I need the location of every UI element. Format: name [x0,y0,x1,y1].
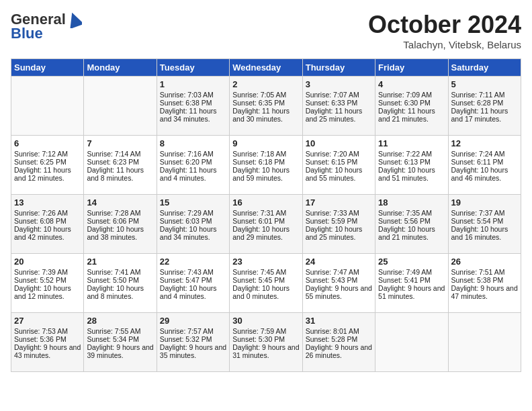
calendar-cell: 12Sunrise: 7:24 AMSunset: 6:11 PMDayligh… [448,136,521,195]
daylight-text: Daylight: 10 hours and 51 minutes. [378,166,445,182]
sunrise-text: Sunrise: 7:37 AM [451,209,518,217]
calendar-cell: 10Sunrise: 7:20 AMSunset: 6:15 PMDayligh… [302,136,375,195]
sunset-text: Sunset: 5:45 PM [232,276,299,284]
logo: General Blue [11,11,82,42]
month-title: October 2024 [368,11,521,39]
calendar-cell: 24Sunrise: 7:47 AMSunset: 5:43 PMDayligh… [302,254,375,313]
daylight-text: Daylight: 10 hours and 38 minutes. [87,225,153,241]
calendar-cell: 29Sunrise: 7:57 AMSunset: 5:32 PMDayligh… [157,313,229,372]
daylight-text: Daylight: 10 hours and 59 minutes. [232,166,299,182]
sunrise-text: Sunrise: 7:16 AM [160,150,226,158]
sunset-text: Sunset: 5:59 PM [306,217,372,225]
sunset-text: Sunset: 5:50 PM [87,276,153,284]
daylight-text: Daylight: 10 hours and 29 minutes. [232,225,299,241]
day-number: 4 [378,79,445,89]
calendar-cell: 27Sunrise: 7:53 AMSunset: 5:36 PMDayligh… [11,313,84,372]
day-number: 20 [14,257,81,267]
daylight-text: Daylight: 10 hours and 25 minutes. [306,225,372,241]
daylight-text: Daylight: 10 hours and 16 minutes. [451,225,518,241]
sunset-text: Sunset: 5:54 PM [451,217,518,225]
day-number: 5 [451,79,518,89]
sunrise-text: Sunrise: 7:03 AM [160,91,226,99]
page-header: General Blue October 2024 Talachyn, Vite… [11,11,521,50]
day-number: 8 [160,138,226,148]
day-number: 25 [378,257,445,267]
sunrise-text: Sunrise: 7:47 AM [306,268,372,276]
calendar-cell: 17Sunrise: 7:33 AMSunset: 5:59 PMDayligh… [302,195,375,254]
day-number: 12 [451,138,518,148]
daylight-text: Daylight: 10 hours and 55 minutes. [306,166,372,182]
day-number: 29 [160,316,226,326]
calendar-cell: 26Sunrise: 7:51 AMSunset: 5:38 PMDayligh… [448,254,521,313]
daylight-text: Daylight: 9 hours and 47 minutes. [451,284,518,300]
day-number: 3 [306,79,372,89]
sunset-text: Sunset: 6:38 PM [160,99,226,107]
daylight-text: Daylight: 9 hours and 31 minutes. [232,343,299,359]
header-day-monday: Monday [84,59,157,77]
day-number: 19 [451,197,518,208]
sunset-text: Sunset: 6:08 PM [14,217,81,225]
calendar-table: SundayMondayTuesdayWednesdayThursdayFrid… [11,58,521,372]
sunset-text: Sunset: 6:13 PM [378,158,445,166]
calendar-cell: 5Sunrise: 7:11 AMSunset: 6:28 PMDaylight… [448,77,521,136]
calendar-cell: 19Sunrise: 7:37 AMSunset: 5:54 PMDayligh… [448,195,521,254]
day-number: 26 [451,257,518,267]
header-day-tuesday: Tuesday [157,59,229,77]
sunset-text: Sunset: 6:30 PM [378,99,445,107]
sunrise-text: Sunrise: 7:11 AM [451,91,518,99]
daylight-text: Daylight: 11 hours and 25 minutes. [306,107,372,123]
sunset-text: Sunset: 5:43 PM [306,276,372,284]
sunset-text: Sunset: 6:11 PM [451,158,518,166]
calendar-cell: 18Sunrise: 7:35 AMSunset: 5:56 PMDayligh… [375,195,448,254]
header-day-saturday: Saturday [448,59,521,77]
daylight-text: Daylight: 11 hours and 8 minutes. [87,166,153,182]
day-number: 15 [160,197,226,208]
day-number: 22 [160,257,226,267]
sunrise-text: Sunrise: 7:18 AM [232,150,299,158]
sunrise-text: Sunrise: 7:24 AM [451,150,518,158]
sunset-text: Sunset: 6:18 PM [232,158,299,166]
day-number: 27 [14,316,81,326]
day-number: 7 [87,138,153,148]
calendar-cell: 3Sunrise: 7:07 AMSunset: 6:33 PMDaylight… [302,77,375,136]
title-area: October 2024 Talachyn, Vitebsk, Belarus [368,11,521,50]
sunrise-text: Sunrise: 7:41 AM [87,268,153,276]
day-number: 9 [232,138,299,148]
day-number: 16 [232,197,299,208]
daylight-text: Daylight: 10 hours and 42 minutes. [14,225,81,241]
daylight-text: Daylight: 9 hours and 55 minutes. [306,284,372,300]
sunset-text: Sunset: 6:35 PM [232,99,299,107]
daylight-text: Daylight: 11 hours and 30 minutes. [232,107,299,123]
calendar-cell: 1Sunrise: 7:03 AMSunset: 6:38 PMDaylight… [157,77,229,136]
sunset-text: Sunset: 6:06 PM [87,217,153,225]
sunset-text: Sunset: 5:38 PM [451,276,518,284]
location-title: Talachyn, Vitebsk, Belarus [368,39,521,50]
calendar-cell: 8Sunrise: 7:16 AMSunset: 6:20 PMDaylight… [157,136,229,195]
daylight-text: Daylight: 9 hours and 26 minutes. [306,343,372,359]
sunrise-text: Sunrise: 7:35 AM [378,209,445,217]
sunrise-text: Sunrise: 7:14 AM [87,150,153,158]
daylight-text: Daylight: 10 hours and 0 minutes. [232,284,299,300]
sunrise-text: Sunrise: 7:49 AM [378,268,445,276]
sunset-text: Sunset: 6:20 PM [160,158,226,166]
calendar-cell: 22Sunrise: 7:43 AMSunset: 5:47 PMDayligh… [157,254,229,313]
sunset-text: Sunset: 5:47 PM [160,276,226,284]
sunrise-text: Sunrise: 7:39 AM [14,268,81,276]
daylight-text: Daylight: 11 hours and 4 minutes. [160,166,226,182]
sunrise-text: Sunrise: 8:01 AM [306,327,372,335]
sunset-text: Sunset: 5:28 PM [306,335,372,343]
sunrise-text: Sunrise: 7:07 AM [306,91,372,99]
daylight-text: Daylight: 10 hours and 46 minutes. [451,166,518,182]
sunset-text: Sunset: 6:01 PM [232,217,299,225]
calendar-cell: 6Sunrise: 7:12 AMSunset: 6:25 PMDaylight… [11,136,84,195]
sunset-text: Sunset: 6:33 PM [306,99,372,107]
daylight-text: Daylight: 9 hours and 35 minutes. [160,343,226,359]
sunrise-text: Sunrise: 7:51 AM [451,268,518,276]
day-number: 10 [306,138,372,148]
sunset-text: Sunset: 5:52 PM [14,276,81,284]
sunrise-text: Sunrise: 7:26 AM [14,209,81,217]
daylight-text: Daylight: 10 hours and 4 minutes. [160,284,226,300]
sunrise-text: Sunrise: 7:05 AM [232,91,299,99]
day-number: 6 [14,138,81,148]
daylight-text: Daylight: 9 hours and 51 minutes. [378,284,445,300]
